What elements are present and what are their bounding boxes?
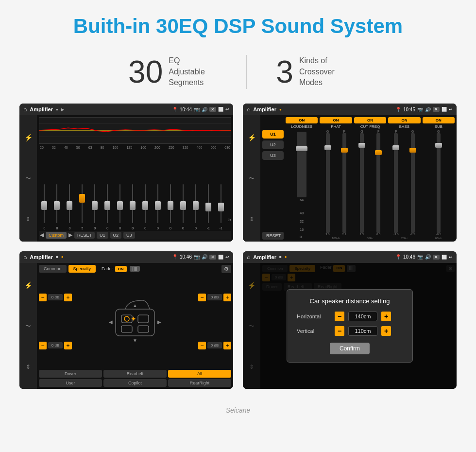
driver-btn[interactable]: Driver bbox=[39, 370, 102, 378]
vol-tl-plus[interactable]: + bbox=[64, 294, 72, 301]
fader-handle-13[interactable] bbox=[205, 203, 211, 211]
crossover-layout-icon[interactable]: ⬜ bbox=[442, 107, 447, 112]
speaker-left-vol: − 0 dB + − 0 dB + bbox=[39, 275, 72, 369]
preset-u1-btn[interactable]: U1 bbox=[262, 130, 284, 139]
vol-bl-plus[interactable]: + bbox=[64, 342, 72, 349]
settings-icon[interactable]: ⚙ bbox=[221, 265, 231, 273]
loudness-fader-handle[interactable] bbox=[296, 146, 307, 151]
sub-g-handle[interactable] bbox=[435, 143, 442, 148]
home-icon[interactable]: ⌂ bbox=[23, 106, 27, 113]
crossover-x-btn[interactable]: ✕ bbox=[433, 107, 440, 112]
bass-g-handle[interactable] bbox=[409, 148, 416, 153]
eq-back-icon[interactable]: ↩ bbox=[225, 107, 229, 112]
eq-reset-btn[interactable]: RESET bbox=[74, 232, 95, 239]
dialog-vertical-minus[interactable]: − bbox=[335, 326, 344, 336]
fader-handle-0[interactable] bbox=[41, 201, 47, 210]
speaker-layout-icon[interactable]: ⬜ bbox=[218, 255, 223, 260]
eq-prev-btn[interactable]: ◀ bbox=[40, 232, 44, 238]
fader-handle-1[interactable] bbox=[54, 201, 60, 210]
phat-f-handle[interactable] bbox=[341, 148, 348, 153]
loudness-toggle[interactable]: ON bbox=[286, 117, 318, 123]
speaker-back-icon[interactable]: ↩ bbox=[225, 255, 229, 260]
eq-filter-icon[interactable]: ⚡ bbox=[24, 134, 33, 141]
fader-slider[interactable]: |||| bbox=[130, 266, 140, 272]
vol-tr: − 0 dB + bbox=[198, 294, 231, 301]
confirm-button[interactable]: Confirm bbox=[330, 343, 370, 354]
eq-u1-btn[interactable]: U1 bbox=[97, 232, 108, 239]
eq-x-btn[interactable]: ✕ bbox=[209, 107, 216, 112]
vol-tl-minus[interactable]: − bbox=[39, 294, 47, 301]
fader-handle-6[interactable] bbox=[117, 201, 123, 210]
speaker-wave-icon[interactable]: 〜 bbox=[25, 322, 31, 330]
eq-next-btn[interactable]: ▶ bbox=[68, 232, 72, 238]
fader-handle-2[interactable] bbox=[67, 201, 72, 210]
cutfreq-f-handle[interactable] bbox=[375, 150, 382, 155]
copilot-btn[interactable]: Copilot bbox=[103, 379, 167, 387]
vol-tr-minus[interactable]: − bbox=[198, 294, 206, 301]
sub-toggle[interactable]: ON bbox=[423, 117, 455, 123]
fader-handle-8[interactable] bbox=[142, 201, 148, 210]
distance-time: 10:46 bbox=[403, 254, 415, 260]
distance-home-icon[interactable]: ⌂ bbox=[247, 254, 250, 261]
fader-handle-14[interactable] bbox=[218, 203, 224, 211]
all-btn[interactable]: All bbox=[168, 370, 231, 378]
dialog-horizontal-minus[interactable]: − bbox=[335, 312, 344, 321]
eq-wave-icon[interactable]: 〜 bbox=[25, 174, 31, 183]
expand-icon[interactable]: » bbox=[228, 216, 231, 223]
eq-layout-icon[interactable]: ⬜ bbox=[218, 107, 223, 112]
phat-toggle[interactable]: ON bbox=[320, 117, 352, 123]
phat-g-handle[interactable] bbox=[324, 145, 331, 150]
preset-u2-btn[interactable]: U2 bbox=[262, 140, 284, 149]
fader-handle-7[interactable] bbox=[130, 201, 136, 210]
fader-handle-4[interactable] bbox=[92, 201, 98, 210]
fader-handle-12[interactable] bbox=[193, 201, 199, 210]
vol-br-plus[interactable]: + bbox=[223, 342, 231, 349]
rearleft-btn[interactable]: RearLeft bbox=[103, 370, 167, 378]
fader-handle-11[interactable] bbox=[180, 201, 186, 210]
preset-u3-btn[interactable]: U3 bbox=[262, 151, 284, 160]
common-tab[interactable]: Common bbox=[39, 265, 67, 273]
loudness-fader[interactable] bbox=[297, 132, 306, 197]
distance-layout-icon[interactable]: ⬜ bbox=[442, 255, 447, 260]
fader-handle-10[interactable] bbox=[168, 201, 173, 210]
cutfreq-toggle[interactable]: ON bbox=[354, 117, 386, 123]
vol-br-minus[interactable]: − bbox=[198, 342, 206, 349]
speaker-home-icon[interactable]: ⌂ bbox=[23, 254, 27, 261]
specialty-tab[interactable]: Specialty bbox=[68, 265, 96, 273]
speaker-filter-icon[interactable]: ⚡ bbox=[24, 281, 33, 289]
bass-f-handle[interactable] bbox=[392, 145, 399, 150]
distance-back-icon[interactable]: ↩ bbox=[449, 255, 453, 260]
fader-toggle[interactable]: ON bbox=[115, 266, 127, 272]
vol-tr-plus[interactable]: + bbox=[223, 294, 231, 301]
eq-custom-btn[interactable]: Custom bbox=[46, 232, 67, 239]
speaker-main-panel: Common Specialty Fader ON |||| ⚙ − 0 dB bbox=[37, 263, 233, 389]
fader-handle-3[interactable] bbox=[79, 194, 85, 203]
eq-play-icon[interactable]: ▶ bbox=[61, 107, 64, 112]
crossover-vol-icon[interactable]: ⇕ bbox=[249, 216, 254, 223]
crossover-back-icon[interactable]: ↩ bbox=[449, 107, 453, 112]
crossover-wave-icon[interactable]: 〜 bbox=[249, 174, 255, 183]
crossover-filter-icon[interactable]: ⚡ bbox=[248, 134, 256, 141]
eq-u3-btn[interactable]: U3 bbox=[123, 232, 135, 239]
vol-bl-minus[interactable]: − bbox=[39, 342, 47, 349]
crossover-presets: U1 U2 U3 RESET bbox=[262, 117, 284, 240]
crossover-reset-btn[interactable]: RESET bbox=[262, 232, 284, 240]
dialog-horizontal-plus[interactable]: + bbox=[381, 312, 391, 321]
fader-track-4 bbox=[94, 184, 95, 223]
speaker-x-btn[interactable]: ✕ bbox=[209, 255, 216, 260]
fader-handle-5[interactable] bbox=[104, 201, 110, 210]
crossover-home-icon[interactable]: ⌂ bbox=[247, 106, 250, 113]
fader-handle-9[interactable] bbox=[155, 201, 161, 210]
dialog-horizontal-row: Horizontal − 140cm + bbox=[297, 312, 403, 321]
user-btn[interactable]: User bbox=[39, 379, 102, 387]
vol-tr-display: 0 dB bbox=[207, 294, 222, 300]
rearright-btn[interactable]: RearRight bbox=[168, 379, 231, 387]
eq-vol-icon[interactable]: ⇕ bbox=[26, 216, 31, 223]
speaker-vol-icon[interactable]: ⇕ bbox=[26, 364, 31, 370]
eq-u2-btn[interactable]: U2 bbox=[110, 232, 122, 239]
cutfreq-g-handle[interactable] bbox=[358, 143, 365, 148]
distance-screen: ⌂ Amplifier ■ ● 📍 10:46 📷 🔊 ✕ ⬜ ↩ ⚡ 〜 ⇕ bbox=[243, 251, 457, 389]
bass-toggle[interactable]: ON bbox=[388, 117, 420, 123]
dialog-vertical-plus[interactable]: + bbox=[381, 326, 391, 336]
distance-x-btn[interactable]: ✕ bbox=[433, 255, 440, 260]
